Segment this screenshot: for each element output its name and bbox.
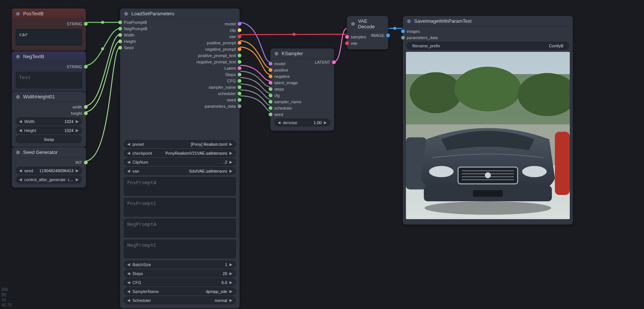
node-seed-generator[interactable]: Seed Generator INT ◀seed119048248096413▶… [12, 147, 86, 188]
out-port[interactable] [238, 60, 241, 64]
in-port[interactable] [269, 100, 272, 104]
out-port[interactable] [238, 47, 241, 51]
in-port[interactable] [269, 94, 272, 97]
out-port-string[interactable] [84, 22, 88, 26]
preset-widget[interactable]: ◀preset[Pony] Realism.toml▶ [124, 140, 236, 148]
width-widget[interactable]: ◀Width1024▶ [16, 117, 82, 125]
node-saveimage[interactable]: SaveImageWithParamText images parameters… [403, 16, 573, 225]
in-port[interactable] [269, 75, 272, 78]
collapse-icon[interactable] [407, 19, 411, 23]
negtextb-text[interactable]: Text [16, 72, 82, 88]
out-port[interactable] [238, 35, 241, 38]
negpromptC-text[interactable]: NegPromptC [124, 240, 236, 258]
out-port[interactable] [238, 54, 241, 57]
pospromptA-text[interactable]: PosPromptA [124, 177, 236, 196]
steps-widget[interactable]: ◀Steps20▶ [124, 269, 236, 277]
scheduler-widget[interactable]: ◀Schedulernormal▶ [124, 296, 236, 304]
collapse-icon[interactable] [16, 12, 20, 16]
node-widthheight[interactable]: WidthHeight01 width height ◀Width1024▶ ◀… [12, 91, 86, 148]
samplername-widget[interactable]: ◀SamplerNamedpmpp_sde▶ [124, 287, 236, 295]
node-postextb[interactable]: PosTextB STRING car [12, 8, 86, 51]
chevron-left-icon[interactable]: ◀ [127, 271, 130, 275]
chevron-left-icon[interactable]: ◀ [19, 128, 22, 132]
chevron-left-icon[interactable]: ◀ [127, 142, 130, 146]
out-port[interactable] [238, 85, 241, 89]
swap-button[interactable]: Swap [16, 135, 82, 143]
in-port[interactable] [269, 68, 272, 72]
out-port-string[interactable] [84, 65, 88, 69]
out-port[interactable] [238, 104, 241, 108]
collapse-icon[interactable] [351, 22, 355, 26]
out-port-width[interactable] [84, 105, 88, 109]
chevron-right-icon[interactable]: ▶ [229, 271, 232, 275]
filename-prefix-widget[interactable]: filename_prefixComfyB [407, 42, 569, 50]
out-port[interactable] [238, 98, 241, 102]
in-port[interactable] [345, 41, 349, 45]
chevron-left-icon[interactable]: ◀ [19, 177, 22, 182]
node-graph-canvas[interactable]: PosTextB STRING car NegTextB STRING Text… [0, 0, 644, 309]
out-port[interactable] [238, 92, 241, 95]
chevron-right-icon[interactable]: ▶ [229, 151, 232, 155]
chevron-left-icon[interactable]: ◀ [127, 169, 130, 173]
out-port[interactable] [238, 66, 241, 70]
chevron-right-icon[interactable]: ▶ [229, 169, 232, 173]
denoise-widget[interactable]: ◀denoise1.00▶ [274, 119, 330, 126]
in-port[interactable] [269, 81, 272, 85]
chevron-left-icon[interactable]: ◀ [127, 160, 130, 164]
node-vaedecode[interactable]: VAE Decode IMAGE samples vae [347, 16, 388, 50]
pospromptC-text[interactable]: PosPromptC [124, 198, 236, 217]
negpromptA-text[interactable]: NegPromptA [124, 219, 236, 237]
out-port-int[interactable] [84, 161, 88, 164]
vae-widget[interactable]: ◀vaeSdxlVAE.safetensors▶ [124, 167, 236, 175]
in-port[interactable] [401, 29, 405, 33]
out-port[interactable] [238, 73, 241, 76]
collapse-icon[interactable] [274, 51, 279, 56]
chevron-right-icon[interactable]: ▶ [229, 298, 232, 302]
chevron-right-icon[interactable]: ▶ [229, 160, 232, 164]
chevron-left-icon[interactable]: ◀ [127, 262, 130, 267]
out-port[interactable] [238, 79, 241, 83]
chevron-right-icon[interactable]: ▶ [229, 289, 232, 293]
chevron-left-icon[interactable]: ◀ [127, 289, 130, 293]
chevron-right-icon[interactable]: ▶ [76, 128, 79, 132]
collapse-icon[interactable] [124, 12, 128, 16]
chevron-right-icon[interactable]: ▶ [229, 280, 232, 284]
collapse-icon[interactable] [16, 54, 20, 59]
collapse-icon[interactable] [16, 95, 20, 99]
chevron-right-icon[interactable]: ▶ [324, 120, 327, 124]
chevron-left-icon[interactable]: ◀ [19, 168, 22, 173]
in-port[interactable] [269, 62, 272, 66]
chevron-right-icon[interactable]: ▶ [76, 119, 79, 123]
chevron-right-icon[interactable]: ▶ [229, 142, 232, 146]
chevron-left-icon[interactable]: ◀ [127, 151, 130, 155]
node-ksampler[interactable]: KSampler LATENT model positive negative … [270, 48, 334, 131]
chevron-right-icon[interactable]: ▶ [76, 168, 79, 173]
chevron-left-icon[interactable]: ◀ [278, 120, 281, 124]
checkpoint-widget[interactable]: ◀checkpointPonyRealismV21VAE.safetensors… [124, 149, 236, 157]
out-port[interactable] [238, 28, 241, 32]
in-port[interactable] [345, 35, 349, 39]
cfg-widget[interactable]: ◀CFG6.0▶ [124, 278, 236, 286]
out-port[interactable] [238, 41, 241, 45]
in-port[interactable] [269, 87, 272, 91]
in-port[interactable] [401, 36, 405, 40]
in-port[interactable] [269, 106, 272, 110]
clipnum-widget[interactable]: ◀ClipNum-2▶ [124, 158, 236, 166]
out-port[interactable] [238, 22, 241, 26]
out-port-height[interactable] [84, 111, 88, 115]
node-loadsetparameters[interactable]: LoadSetParameters PosPromptB NegPromptB … [120, 8, 240, 309]
seed-widget[interactable]: ◀seed119048248096413▶ [16, 167, 82, 174]
collapse-icon[interactable] [16, 150, 20, 155]
chevron-right-icon[interactable]: ▶ [229, 262, 232, 267]
node-negtextb[interactable]: NegTextB STRING Text [12, 51, 86, 94]
height-widget[interactable]: ◀Height1024▶ [16, 126, 82, 134]
in-port[interactable] [269, 113, 272, 116]
chevron-left-icon[interactable]: ◀ [127, 298, 130, 302]
control-after-widget[interactable]: ◀control_after_generaterand…▶ [16, 176, 82, 183]
postextb-text[interactable]: car [16, 29, 82, 45]
chevron-left-icon[interactable]: ◀ [19, 119, 22, 123]
output-image-preview[interactable] [406, 52, 570, 219]
chevron-left-icon[interactable]: ◀ [127, 280, 130, 284]
chevron-right-icon[interactable]: ▶ [76, 177, 79, 182]
batchsize-widget[interactable]: ◀BatchSize1▶ [124, 261, 236, 268]
